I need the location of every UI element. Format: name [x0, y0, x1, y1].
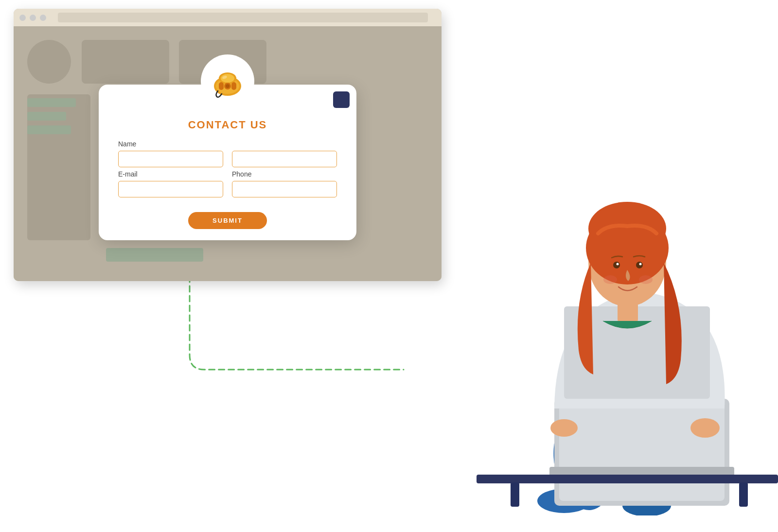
svg-point-25 [588, 202, 666, 255]
bg-sidebar-item-3 [27, 125, 71, 134]
name-label: Name [118, 140, 223, 148]
svg-point-33 [690, 418, 720, 438]
svg-rect-22 [739, 482, 748, 507]
bg-avatar [27, 40, 71, 84]
svg-rect-20 [477, 475, 778, 483]
phone-input[interactable] [232, 181, 337, 197]
browser-urlbar [58, 13, 428, 22]
svg-point-7 [226, 84, 230, 88]
svg-rect-32 [618, 301, 638, 323]
browser-body: CONTACT US Name E-mail [14, 26, 442, 281]
svg-rect-4 [219, 82, 224, 90]
svg-point-28 [617, 263, 619, 266]
svg-point-26 [613, 262, 620, 268]
phone-group: Phone [232, 170, 337, 197]
phone-label: Phone [232, 170, 337, 178]
person-illustration [447, 97, 778, 515]
browser-window: CONTACT US Name E-mail [14, 9, 442, 281]
phone-icon [208, 62, 247, 101]
svg-point-31 [639, 275, 653, 284]
last-name-label [232, 140, 337, 148]
last-name-input[interactable] [232, 151, 337, 167]
last-name-group [232, 140, 337, 167]
svg-rect-5 [231, 82, 236, 90]
first-name-input[interactable] [118, 151, 223, 167]
svg-rect-17 [559, 404, 725, 501]
email-label: E-mail [118, 170, 223, 178]
svg-point-29 [639, 263, 642, 266]
svg-rect-21 [511, 482, 519, 507]
email-input[interactable] [118, 181, 223, 197]
svg-point-27 [636, 262, 643, 268]
bg-content-block-1 [82, 40, 169, 84]
bg-sidebar-item-1 [27, 98, 76, 107]
modal-title: CONTACT US [188, 119, 267, 131]
svg-point-30 [603, 275, 617, 284]
contact-row: E-mail Phone [118, 170, 337, 197]
name-row: Name [118, 140, 337, 167]
close-button[interactable] [333, 91, 350, 108]
bg-footer-btn [106, 248, 203, 262]
browser-titlebar [14, 9, 442, 26]
scene: CONTACT US Name E-mail [0, 0, 778, 532]
svg-point-34 [550, 419, 578, 437]
phone-icon-container [201, 54, 254, 108]
submit-button[interactable]: SUBMIT [188, 212, 267, 229]
browser-dot-2 [30, 15, 36, 21]
contact-modal: CONTACT US Name E-mail [99, 85, 356, 240]
bg-sidebar-item-2 [27, 112, 66, 121]
browser-dot-3 [40, 15, 46, 21]
browser-dot-1 [19, 15, 26, 21]
email-group: E-mail [118, 170, 223, 197]
first-name-group: Name [118, 140, 223, 167]
